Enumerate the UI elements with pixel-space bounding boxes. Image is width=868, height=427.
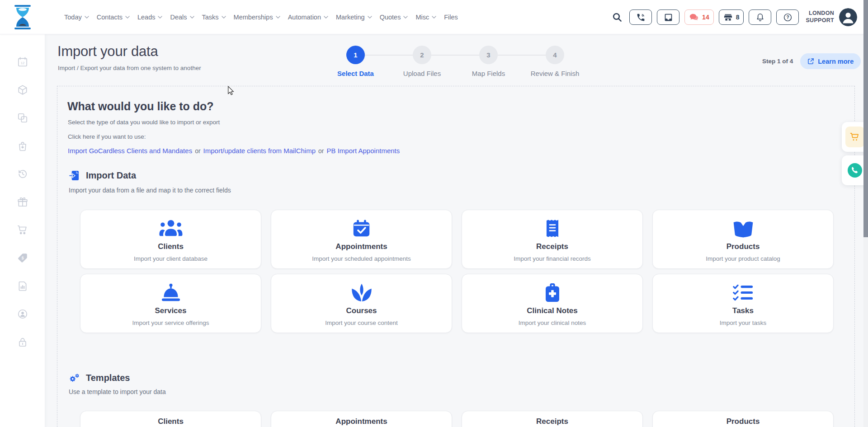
template-card-products[interactable]: Products [652,411,834,427]
nav-item-misc[interactable]: Misc [415,14,436,21]
external-link-icon [807,58,814,65]
template-card-receipts[interactable]: Receipts [462,411,643,427]
step-review-finish[interactable]: 4 Review & Finish [522,46,588,77]
nav-item-leads[interactable]: Leads [137,14,163,21]
notifications-button[interactable] [749,9,771,25]
sidebar: 12 $ [0,34,45,427]
whatsapp-icon [845,160,864,181]
import-card-receipts[interactable]: Receipts Import your financial records [462,210,643,269]
medical-kit-icon [545,282,560,302]
avatar[interactable] [839,8,857,26]
bell-icon [755,13,765,22]
question-icon: ? [783,13,793,22]
intro-heading: What would you like to do? [67,100,214,113]
stepper: 1 Select Data 2 Upload Files 3 Map Field… [322,46,588,77]
copy-icon[interactable] [17,112,28,124]
nav-item-memberships[interactable]: Memberships [234,14,280,21]
help-button[interactable]: ? [776,9,799,25]
account-name[interactable]: LONDON SUPPORT [806,10,834,24]
purchases-bag-icon[interactable] [17,140,28,152]
template-card-appointments[interactable]: Appointments [271,411,452,427]
gift-icon[interactable] [17,196,28,208]
chevron-down-icon [324,16,328,19]
gears-icon [69,372,80,384]
inbox-button[interactable] [657,9,679,25]
svg-text:?: ? [786,15,789,20]
phone-button[interactable] [629,9,652,25]
calendar-icon[interactable]: 12 [17,56,28,68]
step-meta: Step 1 of 4 Learn more [762,53,861,69]
intro-subheading: Select the type of data you would like t… [68,119,220,126]
step-upload-files[interactable]: 2 Upload Files [389,46,455,77]
chevron-down-icon [276,16,280,19]
price-tag-icon[interactable]: $ [17,252,28,264]
history-icon[interactable] [17,168,28,180]
link-gocardless[interactable]: Import GoCardless Clients and Mandates [68,147,192,155]
phone-icon [636,13,646,22]
svg-text:$: $ [21,256,24,260]
learn-more-button[interactable]: Learn more [800,53,861,69]
chevron-down-icon [432,16,436,19]
import-card-grid: Clients Import your client database Appo… [80,210,834,333]
report-icon[interactable] [17,280,28,292]
receipt-icon [546,218,559,238]
import-card-products[interactable]: Products Import your product catalog [652,210,834,269]
chevron-down-icon [190,16,194,19]
cart-icon[interactable] [17,224,28,236]
template-card-clients[interactable]: Clients [80,411,261,427]
cart-orange-icon [845,127,864,147]
users-icon [159,218,183,238]
import-card-services[interactable]: Services Import your service offerings [80,274,261,333]
topbar: Today Contacts Leads Deals Tasks Members… [0,0,868,34]
import-card-tasks[interactable]: Tasks Import your tasks [652,274,834,333]
nav-item-files[interactable]: Files [444,14,458,21]
cube-icon[interactable] [17,84,28,96]
intro-links: Import GoCardless Clients and Mandatesor… [68,147,400,155]
template-card-grid: Clients Appointments Receipts Products [80,411,834,427]
hourglass-logo-icon[interactable] [13,5,33,29]
import-panel: What would you like to do? Select the ty… [57,86,855,427]
templates-header: Templates [69,372,130,384]
chat-count-badge: 14 [702,14,709,21]
store-icon [723,13,733,22]
scrollbar-track[interactable] [863,0,868,427]
import-card-appointments[interactable]: Appointments Import your scheduled appoi… [271,210,452,269]
link-mailchimp[interactable]: Import/update clients from MailChimp [203,147,316,155]
calendar-check-icon [352,218,371,238]
templates-title: Templates [86,373,130,383]
chevron-down-icon [125,16,130,19]
chevron-down-icon [222,16,226,19]
svg-text:12: 12 [20,61,24,65]
bell-concierge-icon [160,282,181,302]
chat-button[interactable]: 14 [684,9,714,25]
nav-item-today[interactable]: Today [64,14,89,21]
search-icon[interactable] [612,12,623,23]
scrollbar-thumb[interactable] [863,0,868,237]
nav-item-automation[interactable]: Automation [288,14,328,21]
page-subtitle: Import / Export your data from one syste… [58,65,201,71]
account-icon[interactable] [17,308,28,320]
main-nav: Today Contacts Leads Deals Tasks Members… [64,0,458,34]
file-import-icon [69,170,80,181]
import-data-title: Import Data [86,170,136,181]
shop-button[interactable]: 8 [719,9,744,25]
import-card-courses[interactable]: Courses Import your course content [271,274,452,333]
chevron-down-icon [158,16,162,19]
seedling-icon [351,282,372,302]
import-card-clinical-notes[interactable]: Clinical Notes Import your clinical note… [462,274,643,333]
intro-prompt: Click here if you want to use: [68,133,146,140]
link-pb-import[interactable]: PB Import Appointments [326,147,400,155]
nav-item-marketing[interactable]: Marketing [336,14,372,21]
nav-item-contacts[interactable]: Contacts [97,14,130,21]
nav-item-tasks[interactable]: Tasks [202,14,226,21]
chevron-down-icon [403,16,408,19]
nav-item-quotes[interactable]: Quotes [380,14,408,21]
nav-item-deals[interactable]: Deals [170,14,194,21]
step-map-fields[interactable]: 3 Map Fields [455,46,522,77]
chevron-down-icon [85,16,89,19]
list-check-icon [733,282,754,302]
import-card-clients[interactable]: Clients Import your client database [80,210,261,269]
shop-count-badge: 8 [736,14,740,21]
step-select-data[interactable]: 1 Select Data [322,46,389,77]
lock-icon[interactable] [17,336,28,348]
